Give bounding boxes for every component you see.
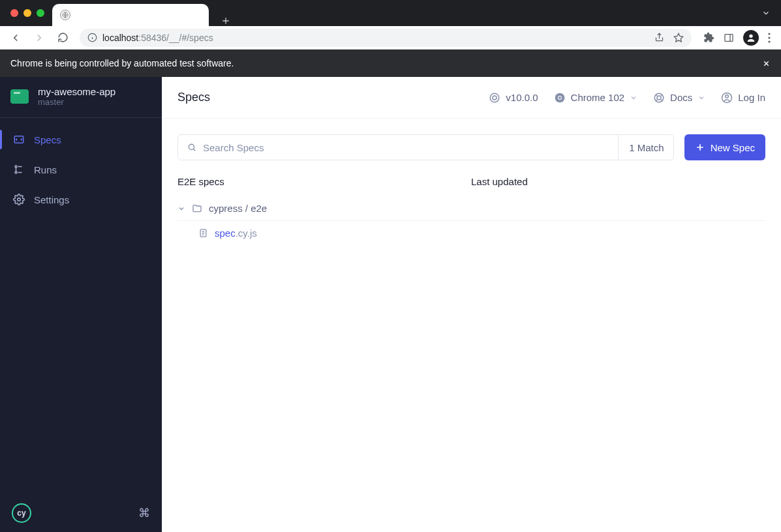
url-path: /__/#/specs (166, 33, 213, 43)
search-specs-input[interactable]: Search Specs 1 Match (177, 134, 674, 160)
forward-button[interactable] (29, 27, 50, 48)
url-port: :58436 (138, 33, 166, 43)
reload-button[interactable] (52, 27, 73, 48)
docs-link[interactable]: Docs (653, 92, 705, 104)
svg-point-20 (726, 95, 729, 98)
extensions-icon[interactable] (703, 32, 714, 43)
topbar: Specs v10.0.0 Chrome 102 (162, 77, 781, 119)
project-icon (10, 89, 29, 104)
svg-point-9 (15, 166, 17, 168)
globe-icon (60, 10, 70, 20)
sidebar-item-specs[interactable]: Specs (0, 125, 162, 155)
new-spec-button[interactable]: New Spec (684, 134, 765, 160)
chrome-menu-icon[interactable] (768, 33, 771, 43)
new-tab-button[interactable] (221, 16, 231, 26)
sidebar: my-awesome-app master Specs Runs (0, 77, 162, 532)
page-title: Specs (177, 91, 210, 104)
spec-folder-row[interactable]: cypress / e2e (177, 196, 765, 221)
back-button[interactable] (5, 27, 26, 48)
svg-point-21 (189, 144, 194, 149)
chrome-icon (554, 92, 566, 104)
svg-point-12 (491, 93, 500, 102)
spec-file-ext: .cy.js (236, 228, 257, 239)
runs-icon (13, 164, 25, 175)
specs-icon (13, 134, 25, 145)
app-shell: my-awesome-app master Specs Runs (0, 77, 781, 532)
svg-point-11 (18, 198, 21, 201)
sidebar-item-label: Settings (34, 194, 69, 205)
project-branch: master (38, 97, 115, 107)
chevron-down-icon (697, 94, 705, 102)
svg-point-4 (749, 34, 752, 37)
chevron-down-icon (177, 205, 185, 213)
automation-infobar: Chrome is being controlled by automated … (0, 50, 781, 77)
match-count: 1 Match (618, 135, 664, 160)
svg-point-6 (768, 37, 770, 38)
folder-icon (192, 203, 202, 214)
browser-tab[interactable] (52, 4, 209, 26)
infobar-message: Chrome is being controlled by automated … (10, 58, 234, 68)
svg-point-18 (657, 96, 661, 100)
main-content: Specs v10.0.0 Chrome 102 (162, 77, 781, 532)
bookmark-icon[interactable] (673, 33, 684, 43)
sidebar-item-label: Runs (34, 164, 57, 175)
window-close-button[interactable] (10, 9, 18, 17)
sidebar-item-label: Specs (34, 134, 61, 145)
svg-marker-2 (674, 33, 682, 42)
search-placeholder: Search Specs (203, 142, 264, 153)
svg-point-16 (559, 96, 561, 99)
search-icon (187, 143, 196, 152)
project-name: my-awesome-app (38, 86, 115, 97)
ring-icon (489, 92, 500, 104)
window-minimize-button[interactable] (23, 9, 31, 17)
profile-avatar[interactable] (743, 30, 759, 46)
spec-file-name: spec (215, 228, 236, 239)
version-indicator[interactable]: v10.0.0 (489, 92, 538, 104)
svg-point-7 (768, 40, 770, 42)
address-bar[interactable]: localhost:58436/__/#/specs (80, 29, 692, 47)
cypress-logo[interactable]: cy (12, 503, 31, 523)
browser-tab-strip (0, 0, 781, 26)
browser-toolbar: localhost:58436/__/#/specs (0, 26, 781, 50)
folder-label: cypress / e2e (209, 203, 267, 214)
file-icon (198, 228, 208, 238)
column-header-specs: E2E specs (177, 176, 471, 187)
traffic-lights (0, 9, 44, 17)
infobar-close-button[interactable] (762, 59, 771, 68)
window-zoom-button[interactable] (37, 9, 44, 17)
project-header[interactable]: my-awesome-app master (0, 77, 162, 118)
svg-point-5 (768, 33, 770, 35)
browser-selector[interactable]: Chrome 102 (554, 92, 638, 104)
side-panel-icon[interactable] (724, 33, 734, 43)
gear-icon (13, 194, 25, 205)
spec-file-row[interactable]: spec.cy.js (177, 221, 765, 245)
user-icon (721, 92, 733, 104)
keyboard-shortcuts-icon[interactable]: ⌘ (138, 506, 150, 520)
login-button[interactable]: Log In (721, 92, 765, 104)
share-icon[interactable] (654, 33, 664, 42)
svg-point-13 (493, 96, 497, 100)
svg-point-10 (15, 171, 17, 173)
info-icon (87, 33, 97, 42)
svg-rect-3 (725, 34, 733, 41)
plus-icon (695, 142, 705, 153)
url-host: localhost (102, 33, 138, 43)
chevron-down-icon (630, 94, 637, 102)
sidebar-item-settings[interactable]: Settings (0, 185, 162, 214)
tabs-dropdown-button[interactable] (761, 8, 771, 18)
life-ring-icon (653, 92, 665, 104)
column-header-updated: Last updated (471, 176, 765, 187)
sidebar-item-runs[interactable]: Runs (0, 155, 162, 185)
